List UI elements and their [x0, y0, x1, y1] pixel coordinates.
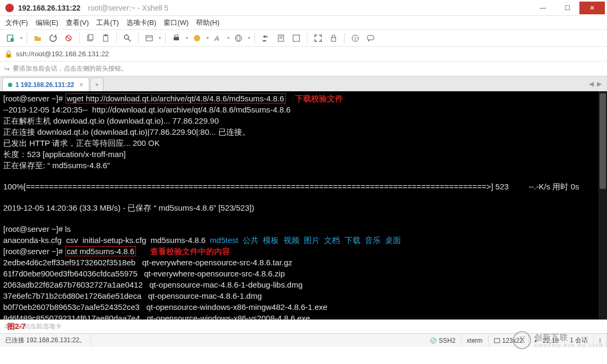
svg-rect-12	[174, 37, 179, 40]
copy-button[interactable]	[84, 32, 97, 45]
title-bar: 192.168.26.131:22 root@server:~ - Xshell…	[0, 0, 607, 16]
menu-tools[interactable]: 工具(T)	[96, 18, 119, 28]
find-button[interactable]	[121, 32, 134, 45]
status-protocol: SSH2	[425, 334, 461, 347]
figure-number-overlay: 图2-7	[7, 322, 25, 332]
log-button[interactable]	[275, 32, 287, 45]
reconnect-button[interactable]	[47, 32, 59, 45]
menu-tabs[interactable]: 选项卡(B)	[126, 18, 156, 28]
svg-point-17	[237, 35, 240, 41]
fullscreen-button[interactable]	[312, 32, 324, 45]
svg-rect-5	[89, 34, 93, 40]
svg-text:A: A	[214, 34, 219, 42]
status-dot-icon	[8, 83, 12, 87]
svg-point-19	[266, 36, 268, 38]
annotation-1: 下载校验文件	[295, 94, 343, 103]
tab-next-button[interactable]: ▶	[597, 80, 602, 88]
session-hint-bar: ↪ 要添加当前会话，点击左侧的箭头按钮。	[0, 62, 607, 76]
watermark: X 创新互联 CHUANG XIN HU LIAN	[513, 331, 604, 349]
app-icon	[5, 4, 14, 12]
add-session-icon[interactable]: ↪	[4, 65, 10, 73]
svg-point-16	[235, 35, 242, 41]
disconnect-button[interactable]	[62, 32, 75, 45]
toolbar: ▾ ▾ ▾ ▾ A▾ ▾ ?	[0, 30, 607, 47]
watermark-logo-icon: X	[513, 331, 531, 349]
svg-point-18	[263, 36, 266, 38]
lock-button[interactable]	[327, 32, 340, 45]
terminal-pane[interactable]: [root@server ~]# wget http://download.qt…	[0, 91, 607, 319]
encoding-button[interactable]	[232, 32, 245, 45]
menu-view[interactable]: 查看(V)	[66, 18, 89, 28]
new-session-button[interactable]	[4, 32, 17, 45]
minimize-button[interactable]: —	[531, 2, 555, 14]
svg-rect-13	[175, 35, 178, 37]
close-button[interactable]: ✕	[579, 2, 605, 14]
svg-text:?: ?	[354, 36, 357, 41]
svg-point-8	[124, 35, 129, 39]
address-text: ssh://root@192.168.26.131:22	[16, 50, 109, 58]
tab-prev-button[interactable]: ◀	[589, 80, 594, 88]
new-tab-button[interactable]: +	[90, 77, 104, 91]
script-button[interactable]	[290, 32, 303, 45]
help-button[interactable]: ?	[349, 32, 362, 45]
annotation-2: 查看校验文件中的内容	[150, 247, 230, 256]
title-ip: 192.168.26.131:22	[18, 4, 81, 12]
menu-edit[interactable]: 编辑(E)	[36, 18, 58, 28]
maximize-button[interactable]: ☐	[555, 2, 579, 14]
status-connection: 已连接 192.168.26.131:22。	[0, 334, 91, 347]
tab-close-icon[interactable]: ×	[80, 81, 83, 89]
title-subtitle: root@server:~ - Xshell 5	[88, 4, 169, 12]
address-bar[interactable]: 🔒 ssh://root@192.168.26.131:22	[0, 47, 607, 62]
svg-rect-29	[494, 339, 500, 343]
terminal-scrollbar[interactable]	[599, 91, 607, 319]
lock-icon: 🔒	[4, 50, 13, 58]
svg-point-14	[194, 35, 200, 41]
hint-text: 要添加当前会话，点击左侧的箭头按钮。	[13, 64, 127, 73]
svg-rect-27	[367, 36, 374, 40]
svg-line-3	[67, 37, 70, 40]
svg-rect-7	[105, 34, 107, 36]
tab-strip: 1 192.168.26.131:22 × + ◀ ▶	[0, 76, 607, 91]
svg-rect-10	[146, 36, 152, 41]
paste-button[interactable]	[99, 32, 112, 45]
svg-rect-23	[293, 35, 300, 41]
menu-bar: 文件(F) 编辑(E) 查看(V) 工具(T) 选项卡(B) 窗口(W) 帮助(…	[0, 16, 607, 30]
tab-session-1[interactable]: 1 192.168.26.131:22 ×	[2, 77, 89, 91]
font-button[interactable]: A	[211, 32, 224, 45]
color-button[interactable]	[191, 32, 203, 45]
svg-rect-24	[331, 38, 336, 41]
properties-button[interactable]	[143, 32, 156, 45]
print-button[interactable]	[170, 32, 183, 45]
svg-rect-1	[11, 38, 14, 41]
svg-line-9	[128, 39, 131, 41]
users-button[interactable]	[259, 32, 272, 45]
menu-file[interactable]: 文件(F)	[5, 18, 28, 28]
open-button[interactable]	[31, 32, 44, 45]
menu-window[interactable]: 窗口(W)	[164, 18, 189, 28]
highlighted-command-1: wget http://download.qt.io/archive/qt/4.…	[65, 93, 286, 103]
highlighted-command-2: cat md5sums-4.8.6	[65, 246, 136, 256]
status-term-type: xterm	[461, 334, 489, 347]
feedback-button[interactable]	[364, 32, 377, 45]
menu-help[interactable]: 帮助(H)	[196, 18, 219, 28]
